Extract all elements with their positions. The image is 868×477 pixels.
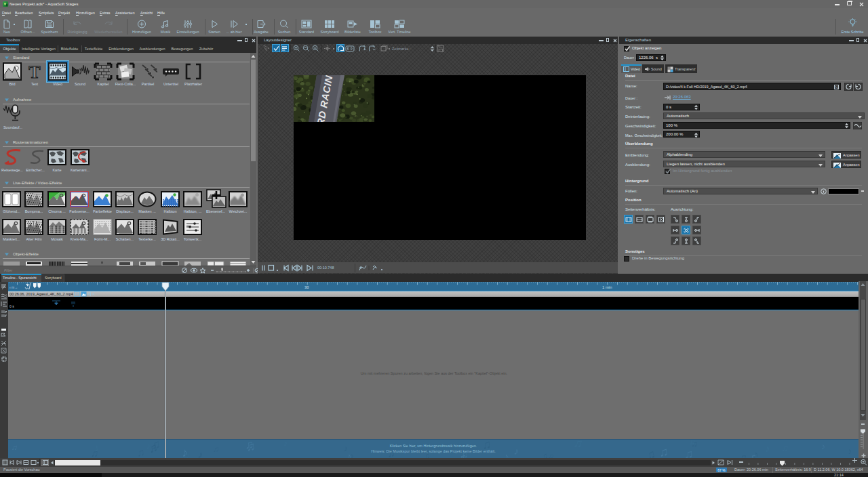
svg-text:‹ m→: ‹ m→ xyxy=(9,285,18,289)
svg-text:1 min: 1 min xyxy=(602,285,612,289)
svg-text:T: T xyxy=(28,62,40,81)
svg-text:30: 30 xyxy=(304,285,309,289)
